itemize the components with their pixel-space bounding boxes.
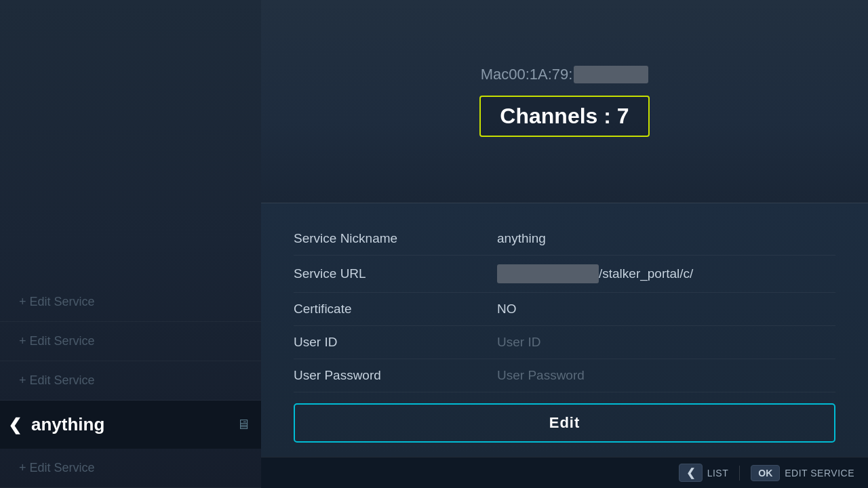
mac-blur <box>574 66 648 83</box>
service-row-url: Service URL /stalker_portal/c/ <box>294 256 835 293</box>
ok-key-badge: OK <box>751 465 780 481</box>
url-text: /stalker_portal/c/ <box>599 266 693 281</box>
ok-edit-button[interactable]: OK EDIT SERVICE <box>751 465 854 481</box>
password-label: User Password <box>294 368 497 383</box>
password-value: User Password <box>497 368 585 383</box>
back-arrow-icon: ❮ <box>8 415 22 434</box>
channels-badge: Channels : 7 <box>479 96 649 137</box>
sidebar-item-2-label: + Edit Service <box>19 334 95 348</box>
list-key-badge: ❮ <box>679 464 703 482</box>
ok-label: EDIT SERVICE <box>785 468 854 479</box>
mac-partial: 00:1A:79: <box>509 66 572 83</box>
certificate-value: NO <box>497 302 517 317</box>
bottom-separator <box>739 466 740 481</box>
sidebar-item-1[interactable]: + Edit Service <box>0 283 261 322</box>
sidebar-item-1-label: + Edit Service <box>19 295 95 308</box>
sidebar-item-2[interactable]: + Edit Service <box>0 322 261 361</box>
certificate-label: Certificate <box>294 302 497 317</box>
edit-button[interactable]: Edit <box>294 403 835 443</box>
nickname-value: anything <box>497 231 546 246</box>
service-row-certificate: Certificate NO <box>294 293 835 326</box>
monitor-icon: 🖥 <box>237 417 250 432</box>
list-label: LIST <box>707 468 729 479</box>
bottom-bar: ❮ LIST OK EDIT SERVICE <box>261 457 868 488</box>
active-item-label: anything <box>31 414 237 435</box>
sidebar-bottom: + Edit Service <box>0 449 261 488</box>
service-row-password: User Password User Password <box>294 359 835 392</box>
sidebar-item-3[interactable]: + Edit Service <box>0 361 261 401</box>
url-label: Service URL <box>294 266 497 281</box>
sidebar-top: + Edit Service + Edit Service + Edit Ser… <box>0 0 261 401</box>
mac-address-row: Mac 00:1A:79: <box>481 66 649 83</box>
url-value: /stalker_portal/c/ <box>497 264 693 283</box>
mac-label: Mac <box>481 66 509 83</box>
service-row-nickname: Service Nickname anything <box>294 222 835 256</box>
sidebar: + Edit Service + Edit Service + Edit Ser… <box>0 0 261 488</box>
nickname-label: Service Nickname <box>294 231 497 246</box>
service-row-userid: User ID User ID <box>294 326 835 359</box>
main-layout: + Edit Service + Edit Service + Edit Ser… <box>0 0 868 488</box>
sidebar-item-4-label: + Edit Service <box>19 461 95 474</box>
sidebar-active-item[interactable]: ❮ anything 🖥 <box>0 401 261 449</box>
sidebar-item-4[interactable]: + Edit Service <box>0 449 261 488</box>
url-blur <box>497 264 599 283</box>
userid-label: User ID <box>294 335 497 350</box>
service-details: Service Nickname anything Service URL /s… <box>261 203 868 457</box>
top-info-area: Mac 00:1A:79: Channels : 7 <box>261 0 868 203</box>
sidebar-item-3-label: + Edit Service <box>19 373 95 387</box>
list-button[interactable]: ❮ LIST <box>679 464 729 482</box>
userid-value: User ID <box>497 335 540 350</box>
channels-label: Channels : 7 <box>500 104 629 128</box>
right-panel: Mac 00:1A:79: Channels : 7 Service Nickn… <box>261 0 868 488</box>
